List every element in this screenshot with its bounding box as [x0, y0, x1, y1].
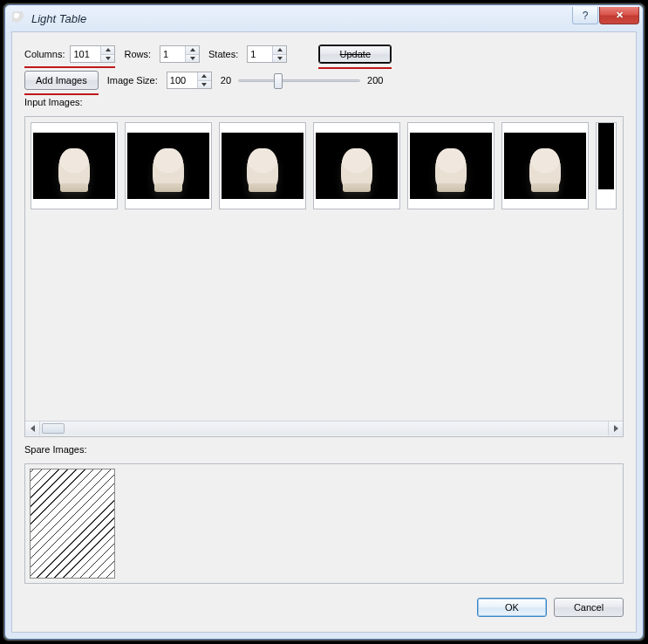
states-input[interactable] [248, 46, 272, 62]
columns-down[interactable] [101, 55, 114, 63]
rows-up[interactable] [186, 46, 199, 55]
input-thumbnail[interactable] [501, 122, 589, 209]
titlebar[interactable]: Light Table ? ✕ [5, 5, 643, 31]
input-thumbnail[interactable] [596, 122, 617, 209]
ok-button-label: OK [505, 602, 519, 613]
columns-spinner[interactable] [70, 45, 115, 63]
rows-input[interactable] [160, 46, 185, 62]
spare-images-pane [24, 463, 624, 584]
close-icon: ✕ [616, 10, 624, 21]
states-down[interactable] [273, 55, 286, 63]
chevron-down-icon [277, 57, 283, 60]
add-images-button[interactable]: Add Images [24, 71, 99, 90]
rows-down[interactable] [186, 55, 199, 63]
update-button[interactable]: Update [318, 45, 392, 64]
chevron-right-icon [614, 425, 618, 432]
light-table-window: Light Table ? ✕ Columns: Ro [4, 4, 644, 640]
image-size-up[interactable] [198, 72, 211, 81]
scroll-right-button[interactable] [608, 421, 623, 435]
chevron-up-icon [201, 74, 207, 78]
chevron-down-icon [190, 57, 195, 60]
slider-thumb[interactable] [274, 73, 283, 89]
add-images-button-label: Add Images [36, 75, 87, 86]
input-thumbnail[interactable] [313, 122, 400, 209]
cancel-button[interactable]: Cancel [554, 598, 624, 617]
dialog-footer: OK Cancel [24, 591, 624, 617]
input-scrollbar[interactable] [25, 421, 623, 435]
rows-label: Rows: [124, 49, 151, 59]
chevron-down-icon [201, 83, 207, 86]
spare-images-heading: Spare Images: [24, 444, 624, 455]
chevron-up-icon [106, 48, 111, 51]
chevron-up-icon [190, 48, 195, 51]
input-images-pane [24, 116, 624, 437]
input-thumbnail[interactable] [125, 122, 212, 209]
image-size-label: Image Size: [107, 75, 158, 86]
question-icon: ? [583, 10, 589, 22]
input-thumbnail[interactable] [407, 122, 495, 209]
columns-up[interactable] [101, 46, 114, 55]
input-thumbnail[interactable] [219, 122, 306, 209]
input-images-strip[interactable] [25, 117, 623, 421]
cancel-button-label: Cancel [574, 602, 604, 613]
close-button[interactable]: ✕ [599, 7, 639, 24]
client-area: Columns: Rows: States: [11, 31, 637, 633]
chevron-left-icon [31, 425, 35, 432]
app-icon [12, 11, 26, 25]
input-thumbnail[interactable] [31, 122, 118, 209]
slider-max-label: 200 [367, 75, 383, 86]
slider-min-label: 20 [221, 75, 231, 86]
image-size-down[interactable] [198, 81, 211, 89]
image-size-slider[interactable] [238, 79, 360, 82]
ok-button[interactable]: OK [477, 598, 547, 617]
states-up[interactable] [273, 46, 286, 55]
scrollbar-thumb[interactable] [42, 423, 65, 434]
window-title: Light Table [31, 12, 567, 25]
scroll-left-button[interactable] [25, 421, 40, 435]
chevron-up-icon [277, 48, 283, 51]
image-size-spinner[interactable] [167, 72, 212, 89]
chevron-down-icon [106, 57, 111, 60]
input-images-heading: Input Images: [24, 97, 624, 107]
help-button[interactable]: ? [572, 7, 598, 24]
rows-spinner[interactable] [160, 45, 200, 63]
states-spinner[interactable] [247, 45, 287, 63]
update-button-label: Update [340, 49, 371, 59]
image-size-input[interactable] [167, 72, 197, 88]
columns-input[interactable] [71, 46, 100, 62]
columns-label: Columns: [24, 49, 65, 59]
states-label: States: [208, 49, 238, 59]
spare-placeholder[interactable] [30, 469, 115, 579]
